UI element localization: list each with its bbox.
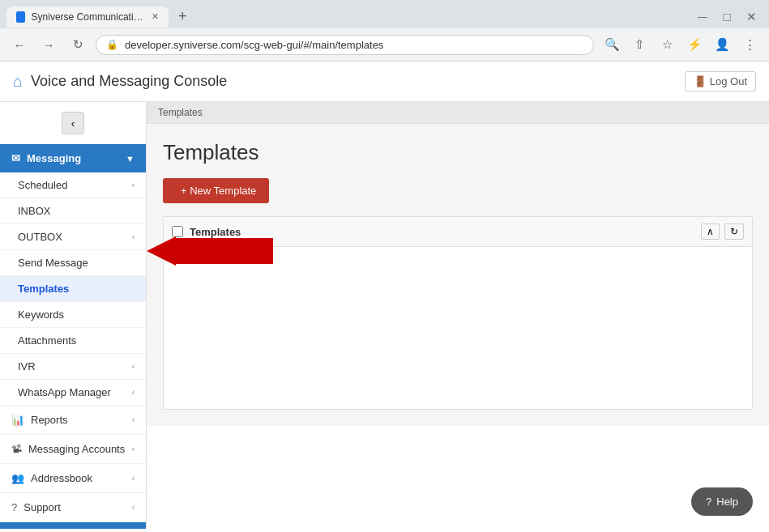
help-button[interactable]: ? Help bbox=[691, 487, 753, 516]
sidebar-item-reports-label: Reports bbox=[31, 414, 68, 426]
messaging-section-header[interactable]: ✉ Messaging ▼ bbox=[0, 144, 146, 172]
sidebar-item-ivr[interactable]: IVR ‹ bbox=[0, 354, 146, 380]
ivr-chevron-icon: ‹ bbox=[132, 362, 135, 371]
sidebar-item-addressbook-label: Addressbook bbox=[31, 472, 92, 484]
share-button[interactable]: ⇧ bbox=[628, 33, 651, 56]
new-tab-button[interactable]: + bbox=[172, 5, 194, 28]
sidebar-item-messaging-accounts-label: Messaging Accounts bbox=[28, 443, 125, 455]
active-tab[interactable]: Syniverse Communication Gatew... ✕ bbox=[6, 6, 169, 28]
sidebar-collapse-button[interactable]: ‹ bbox=[62, 112, 84, 134]
sidebar-item-keywords[interactable]: Keywords bbox=[0, 302, 146, 328]
addressbook-chevron-icon: ‹ bbox=[132, 474, 135, 483]
sidebar-item-addressbook[interactable]: 👥 Addressbook ‹ bbox=[0, 464, 146, 493]
sidebar-item-send-message[interactable]: Send Message bbox=[0, 250, 146, 276]
sidebar-item-outbox-label: OUTBOX bbox=[18, 231, 62, 243]
content-outer: Templates Templates + New Template Templ… bbox=[147, 102, 769, 529]
back-button[interactable]: ← bbox=[8, 33, 31, 56]
toolbar-right: 🔍 ⇧ ☆ ⚡ 👤 ⋮ bbox=[600, 33, 761, 56]
whatsapp-chevron-icon: ‹ bbox=[132, 388, 135, 397]
sidebar-item-templates[interactable]: Templates bbox=[0, 276, 146, 302]
messaging-accounts-chevron-icon: ‹ bbox=[132, 445, 135, 453]
messaging-accounts-icon: 📽 bbox=[11, 443, 22, 455]
sidebar-item-support[interactable]: ? Support ‹ bbox=[0, 493, 146, 522]
new-template-button[interactable]: + New Template bbox=[163, 178, 269, 203]
browser-chrome: Syniverse Communication Gatew... ✕ + — □… bbox=[0, 0, 769, 62]
app-wrapper: ⌂ Voice and Messaging Console 🚪 Log Out … bbox=[0, 62, 769, 529]
collapse-icon: ∧ bbox=[707, 226, 714, 237]
app-header-right: 🚪 Log Out bbox=[685, 71, 756, 92]
table-refresh-button[interactable]: ↻ bbox=[724, 223, 744, 240]
table-select-all-checkbox[interactable] bbox=[172, 226, 183, 237]
logout-icon: 🚪 bbox=[694, 75, 707, 87]
tab-favicon bbox=[16, 11, 25, 23]
sidebar-item-messaging-accounts[interactable]: 📽 Messaging Accounts ‹ bbox=[0, 435, 146, 464]
maximize-button[interactable]: □ bbox=[716, 6, 738, 28]
sidebar-item-outbox[interactable]: OUTBOX ‹ bbox=[0, 224, 146, 250]
messaging-icon: ✉ bbox=[11, 152, 20, 164]
content-body: Templates + New Template Templates bbox=[147, 124, 769, 426]
app-header-left: ⌂ Voice and Messaging Console bbox=[13, 72, 227, 91]
sidebar-item-scheduled[interactable]: Scheduled ‹ bbox=[0, 172, 146, 198]
help-label: Help bbox=[716, 496, 738, 508]
sidebar-bottom-sections: 📊 Reports ‹ 📽 Messaging Accounts ‹ 👥 bbox=[0, 406, 146, 522]
addressbook-icon: 👥 bbox=[11, 472, 24, 484]
sidebar-item-whatsapp-label: WhatsApp Manager bbox=[18, 386, 111, 398]
sidebar-item-whatsapp-manager[interactable]: WhatsApp Manager ‹ bbox=[0, 380, 146, 406]
home-icon[interactable]: ⌂ bbox=[13, 72, 23, 91]
reload-button[interactable]: ↻ bbox=[66, 33, 89, 56]
menu-button[interactable]: ⋮ bbox=[738, 33, 761, 56]
browser-toolbar: ← → ↻ 🔒 developer.syniverse.com/scg-web-… bbox=[0, 28, 769, 61]
tab-title: Syniverse Communication Gatew... bbox=[32, 11, 145, 23]
app-title: Voice and Messaging Console bbox=[31, 73, 227, 90]
bookmark-button[interactable]: ☆ bbox=[656, 33, 678, 56]
sidebar-item-attachments-label: Attachments bbox=[18, 334, 76, 347]
window-controls: — □ ✕ bbox=[691, 6, 763, 28]
profile-button[interactable]: 👤 bbox=[711, 33, 733, 56]
table-body bbox=[164, 247, 752, 409]
messaging-chevron-icon: ▼ bbox=[126, 154, 135, 164]
messaging-section: ✉ Messaging ▼ Scheduled ‹ INBOX OUTBOX ‹ bbox=[0, 144, 146, 406]
sidebar-item-inbox-label: INBOX bbox=[18, 205, 50, 217]
support-icon: ? bbox=[11, 501, 17, 513]
sidebar: ‹ ✉ Messaging ▼ Scheduled ‹ INBOX bbox=[0, 102, 147, 529]
minimize-button[interactable]: — bbox=[691, 6, 714, 28]
sidebar-item-application-wizard[interactable]: 🔗 Application Wizard BETA bbox=[0, 522, 146, 529]
tab-bar: Syniverse Communication Gatew... ✕ + — □… bbox=[0, 0, 769, 28]
refresh-icon: ↻ bbox=[730, 226, 738, 237]
logout-label: Log Out bbox=[710, 75, 747, 87]
address-bar[interactable]: 🔒 developer.syniverse.com/scg-web-gui/#/… bbox=[96, 35, 594, 55]
sidebar-item-templates-label: Templates bbox=[18, 283, 69, 295]
messaging-label: Messaging bbox=[27, 152, 81, 164]
scheduled-chevron-icon: ‹ bbox=[132, 181, 135, 189]
red-arrow bbox=[147, 236, 273, 266]
close-window-button[interactable]: ✕ bbox=[740, 6, 763, 28]
tab-close-icon[interactable]: ✕ bbox=[152, 11, 159, 22]
reports-icon: 📊 bbox=[11, 414, 24, 426]
page-title: Templates bbox=[163, 140, 753, 165]
support-chevron-icon: ‹ bbox=[132, 503, 135, 512]
table-collapse-button[interactable]: ∧ bbox=[701, 223, 720, 240]
logout-button[interactable]: 🚪 Log Out bbox=[685, 71, 756, 92]
breadcrumb: Templates bbox=[147, 102, 769, 124]
sidebar-item-send-message-label: Send Message bbox=[18, 257, 88, 269]
reports-chevron-icon: ‹ bbox=[132, 415, 135, 424]
sidebar-item-scheduled-label: Scheduled bbox=[18, 179, 67, 191]
app-header: ⌂ Voice and Messaging Console 🚪 Log Out bbox=[0, 62, 769, 102]
table-header-actions: ∧ ↻ bbox=[701, 223, 744, 240]
extensions-button[interactable]: ⚡ bbox=[683, 33, 706, 56]
help-button-container: ? Help bbox=[691, 487, 753, 516]
forward-button[interactable]: → bbox=[37, 33, 60, 56]
sidebar-item-attachments[interactable]: Attachments bbox=[0, 328, 146, 354]
new-template-label: + New Template bbox=[181, 185, 256, 197]
sidebar-item-keywords-label: Keywords bbox=[18, 309, 64, 321]
lock-icon: 🔒 bbox=[106, 39, 118, 50]
sidebar-item-ivr-label: IVR bbox=[18, 360, 36, 372]
url-display: developer.syniverse.com/scg-web-gui/#/ma… bbox=[125, 39, 583, 51]
main-layout: ‹ ✉ Messaging ▼ Scheduled ‹ INBOX bbox=[0, 102, 769, 529]
outbox-chevron-icon: ‹ bbox=[132, 232, 135, 241]
sidebar-item-support-label: Support bbox=[23, 501, 61, 513]
sidebar-item-inbox[interactable]: INBOX bbox=[0, 198, 146, 224]
search-button[interactable]: 🔍 bbox=[600, 33, 623, 56]
breadcrumb-text: Templates bbox=[158, 107, 203, 118]
sidebar-item-reports[interactable]: 📊 Reports ‹ bbox=[0, 406, 146, 435]
